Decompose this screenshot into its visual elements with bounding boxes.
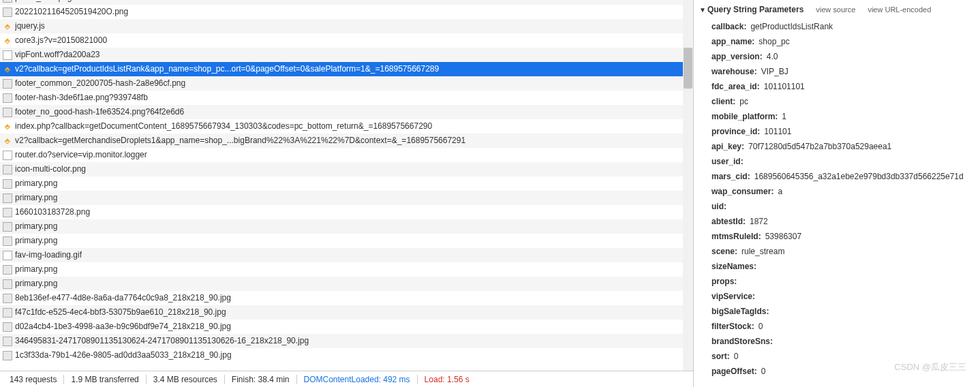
request-row[interactable]: f47c1fdc-e525-4ec4-bbf3-53075b9ae610_218… [0,305,693,320]
request-row[interactable]: footer-hash-3de6f1ae.png?939748fb [0,91,693,105]
request-name: 20221021164520519420O.png [15,5,128,19]
request-row[interactable]: 1c3f33da-79b1-426e-9805-ad0dd3aa5033_218… [0,348,693,362]
param-row[interactable]: mars_cid1689560645356_a32a1ebe2e979bd3db… [711,169,975,184]
param-row[interactable]: warehouseVIP_BJ [711,64,975,79]
param-row[interactable]: pageOffset0 [711,364,975,379]
request-row[interactable]: d02a4cb4-1be3-4998-aa3e-b9c96bdf9e74_218… [0,320,693,334]
param-row[interactable]: app_nameshop_pc [711,34,975,49]
request-row[interactable]: footer_common_20200705-hash-2a8e96cf.png [0,76,693,91]
image-icon [3,337,12,346]
request-row[interactable]: primary.png [0,219,693,234]
param-row[interactable]: clientpc [711,94,975,109]
request-row[interactable]: ⬘core3.js?v=20150821000 [0,33,693,48]
param-key: user_id [711,156,744,167]
image-icon [3,322,12,332]
param-row[interactable]: wap_consumera [711,184,975,199]
param-row[interactable]: bigSaleTagIds [711,304,975,319]
request-name: 1c3f33da-79b1-426e-9805-ad0dd3aa5033_218… [15,348,232,362]
query-params-header[interactable]: ▼ Query String Parameters view source vi… [699,3,975,16]
param-row[interactable]: callbackgetProductIdsListRank [711,19,975,34]
image-icon [3,108,12,117]
param-key: bigSaleTagIds [711,306,769,317]
param-value: a [774,186,782,197]
param-row[interactable]: scenerule_stream [711,244,975,259]
param-value: rule_stream [737,246,784,257]
scrollbar-thumb[interactable] [684,48,692,89]
request-row[interactable]: vipFont.woff?da200a23 [0,48,693,62]
param-row[interactable]: api_key70f71280d5d547b2a7bb370a529aeea1 [711,139,975,154]
param-row[interactable]: mobile_platform1 [711,109,975,124]
param-row[interactable]: props [711,274,975,289]
param-key: callback [711,21,746,32]
param-value [726,201,731,212]
request-name: jquery.js [15,19,45,33]
request-name: 8eb136ef-e477-4d8e-8a6a-da7764c0c9a8_218… [15,291,231,305]
request-row[interactable]: 1660103183728.png [0,205,693,219]
section-title-text: Query String Parameters [707,5,803,14]
request-row[interactable]: primary.png [0,176,693,191]
param-row[interactable]: fdc_area_id101101101 [711,79,975,94]
request-row[interactable]: ⬘v2?callback=getProductIdsListRank&app_n… [0,62,693,76]
param-value: shop_pc [754,36,789,47]
request-name: 1660103183728.png [15,205,90,219]
request-row[interactable]: primary.png [0,234,693,248]
request-row[interactable]: primary.png [0,277,693,291]
image-icon [3,208,12,217]
param-key: filterStock [711,321,754,332]
image-icon [3,308,12,318]
request-row[interactable]: ⬘jquery.js [0,19,693,33]
view-source-link[interactable]: view source [816,5,855,14]
request-row[interactable]: ⬘index.php?callback=getDocumentContent_1… [0,119,693,134]
request-row[interactable]: icon-multi-color.png [0,162,693,176]
param-key: app_version [711,51,763,62]
param-row[interactable]: sizeNames [711,259,975,274]
request-list[interactable]: police_icon.png20221021164520519420O.png… [0,0,693,371]
param-row[interactable]: abtestId1872 [711,214,975,229]
script-icon: ⬘ [3,65,12,74]
request-name: f47c1fdc-e525-4ec4-bbf3-53075b9ae610_218… [15,305,226,320]
param-key: scene [711,246,737,257]
param-row[interactable]: sort0 [711,349,975,364]
request-name: router.do?service=vip.monitor.logger [15,148,147,162]
request-row[interactable]: police_icon.png [0,0,693,5]
status-bar: 143 requests 1.9 MB transferred 3.4 MB r… [0,371,693,387]
view-url-encoded-link[interactable]: view URL-encoded [868,5,931,14]
param-key: vipService [711,291,755,302]
status-finish: Finish: 38.4 min [228,375,294,384]
param-row[interactable]: province_id101101 [711,124,975,139]
param-row[interactable]: uid [711,199,975,214]
request-row[interactable]: fav-img-loading.gif [0,248,693,262]
triangle-down-icon: ▼ [699,6,706,14]
param-row[interactable]: app_version4.0 [711,49,975,64]
param-value [769,306,773,317]
image-icon [3,294,12,303]
request-name: primary.png [15,234,57,248]
param-row[interactable]: filterStock0 [711,319,975,334]
list-scrollbar[interactable] [683,0,693,371]
param-row[interactable]: user_id [711,154,975,169]
request-row[interactable]: 346495831-2471708901135130624-2471708901… [0,334,693,348]
details-panel: ▼ Query String Parameters view source vi… [694,0,980,387]
request-row[interactable]: footer_no_good-hash-1fe63524.png?64f2e6d… [0,105,693,119]
param-key: abtestId [711,216,746,227]
image-icon [3,351,12,360]
script-icon: ⬘ [3,136,12,146]
param-value: 1 [778,111,786,122]
param-key: props [711,276,737,287]
request-row[interactable]: primary.png [0,191,693,205]
request-row[interactable]: 20221021164520519420O.png [0,5,693,19]
param-key: mars_cid [711,171,750,182]
request-name: 346495831-2471708901135130624-2471708901… [15,334,309,348]
request-row[interactable]: ⬘v2?callback=getMerchandiseDroplets1&app… [0,134,693,148]
request-row[interactable]: primary.png [0,262,693,277]
status-transferred: 1.9 MB transferred [67,375,142,384]
param-row[interactable]: vipService [711,289,975,304]
param-key: app_name [711,36,754,47]
param-row[interactable]: brandStoreSns [711,334,975,349]
request-row[interactable]: router.do?service=vip.monitor.logger [0,148,693,162]
param-value: 0 [757,366,766,377]
request-row[interactable]: 8eb136ef-e477-4d8e-8a6a-da7764c0c9a8_218… [0,291,693,305]
param-row[interactable]: mtmsRuleId53986307 [711,229,975,244]
param-key: sizeNames [711,261,756,272]
status-domcontentloaded: DOMContentLoaded: 492 ms [300,375,414,384]
